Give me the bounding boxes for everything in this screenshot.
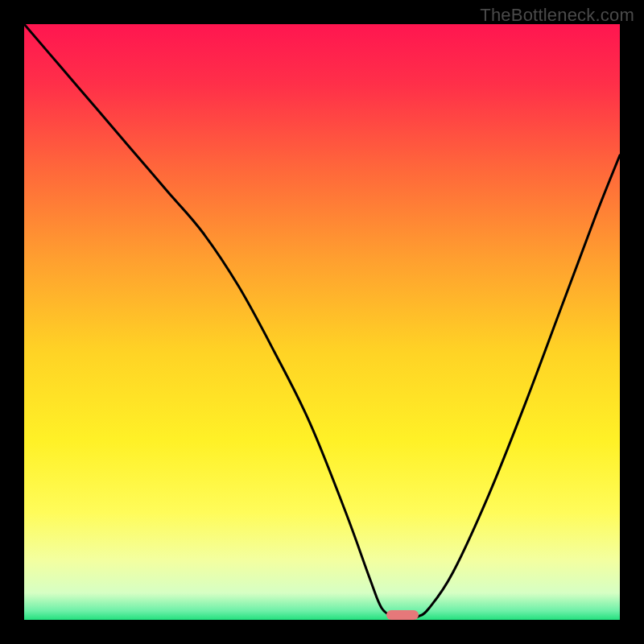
bottleneck-chart <box>24 24 620 620</box>
watermark-text: TheBottleneck.com <box>480 5 634 26</box>
optimal-marker <box>386 610 419 620</box>
chart-background <box>24 24 620 620</box>
chart-frame <box>24 24 620 620</box>
